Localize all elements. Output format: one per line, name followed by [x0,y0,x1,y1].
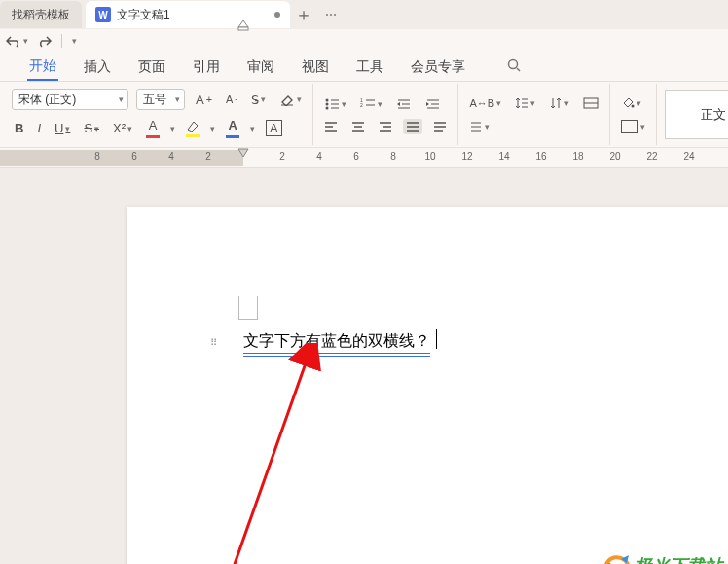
ruler-num: 6 [131,151,137,162]
font-size-combo[interactable]: 五号 ▾ [136,89,185,110]
ruler-num: 2 [205,151,211,162]
text-cursor [436,329,437,349]
color-swatch-icon [186,134,200,137]
menu-member[interactable]: 会员专享 [409,55,467,80]
chevron-down-icon: ▾ [496,98,501,108]
ruler-num: 22 [646,151,657,162]
decrease-font-button[interactable]: A- [223,92,240,107]
tab-settings-button[interactable] [580,95,601,111]
align-center-button[interactable] [348,119,368,134]
clear-format-button[interactable]: ▾ [276,91,305,108]
modified-indicator-icon [274,12,280,18]
chevron-down-icon: ▾ [127,124,132,133]
plus-icon: ＋ [295,3,312,26]
change-case-button[interactable]: S̵▾ [248,91,269,109]
paragraph-indent-box [238,296,258,320]
document-text[interactable]: 文字下方有蓝色的双横线？ [243,331,430,354]
tab-more-button[interactable]: ⋯ [317,1,345,28]
svg-line-1 [517,68,520,71]
char-border-button[interactable]: A [263,118,285,138]
chevron-down-icon: ▾ [530,98,535,108]
font-color-button[interactable]: A [143,116,163,140]
tab-template[interactable]: 找稻壳模板 [0,1,82,28]
menu-reference[interactable]: 引用 [191,55,222,80]
chevron-down-icon[interactable]: ▾ [210,124,215,133]
line-spacing-button[interactable]: ▾ [466,118,492,135]
ruler-num: 8 [390,151,396,162]
ruler-num: 24 [683,151,694,162]
menu-insert[interactable]: 插入 [82,55,113,80]
color-swatch-icon [146,135,160,138]
font-family-combo[interactable]: 宋体 (正文) ▾ [12,89,128,110]
bold-button[interactable]: B [12,119,26,137]
increase-indent-button[interactable] [422,95,444,113]
undo-icon [6,34,21,48]
chevron-down-icon: ▾ [342,99,346,109]
ruler-num: 12 [461,151,472,162]
menu-page[interactable]: 页面 [136,55,167,80]
chevron-down-icon: ▾ [72,36,77,46]
shading-button[interactable]: ▾ [618,94,644,112]
underline-button[interactable]: U▾ [52,119,73,137]
tab-add-button[interactable]: ＋ [290,1,317,28]
highlight-button[interactable] [183,118,202,139]
horizontal-ruler[interactable]: 8 6 4 2 2 4 6 8 10 12 14 16 18 20 22 24 [0,148,728,168]
watermark-brand: 极光下载站 [635,556,722,564]
ruler-num: 14 [498,151,509,162]
ruler-num: 8 [94,151,100,162]
align-left-button[interactable] [321,119,341,134]
chevron-down-icon[interactable]: ▾ [170,124,175,133]
ruler-num: 4 [316,151,322,162]
menu-review[interactable]: 审阅 [245,55,276,80]
chevron-down-icon: ▾ [119,94,124,104]
superscript-button[interactable]: X²▾ [110,119,135,137]
strikethrough-button[interactable]: S▾ [81,119,102,137]
chevron-down-icon[interactable]: ▾ [250,124,255,133]
border-box-icon [621,120,638,133]
bullets-icon [324,97,340,111]
indent-icon [425,97,441,111]
ruler-num: 18 [572,151,583,162]
style-normal[interactable]: 正文 [665,90,728,139]
qa-customize-button[interactable]: ▾ [72,36,77,46]
distribute-icon [433,121,447,132]
border-button[interactable]: ▾ [618,118,648,135]
number-list-button[interactable]: 12 ▾ [357,95,385,113]
hanging-indent-marker[interactable] [237,19,249,29]
text-effect-button[interactable]: A [223,116,242,140]
border-group: ▾ ▾ [610,84,657,145]
bullet-list-button[interactable]: ▾ [321,95,349,113]
menu-start[interactable]: 开始 [27,54,58,81]
spacing-icon [469,120,483,133]
align-right-button[interactable] [376,119,395,134]
increase-font-button[interactable]: A+ [193,91,215,109]
ruler-num: 4 [168,151,174,162]
tab-icon [583,97,599,109]
svg-text:2: 2 [360,102,363,108]
document-viewport[interactable]: ⠿ 文字下方有蓝色的双横线？ 极光下载站 www.xz7.com [0,168,728,564]
menu-search-button[interactable] [491,58,521,75]
svg-point-0 [509,60,518,69]
font-group: 宋体 (正文) ▾ 五号 ▾ A+ A- S̵▾ ▾ B I U▾ [4,84,313,145]
ruler-num: 6 [353,151,359,162]
decrease-indent-button[interactable] [393,95,415,113]
first-line-indent-marker[interactable] [237,148,247,168]
menu-tools[interactable]: 工具 [354,55,385,80]
indent-down-icon [237,148,249,158]
menu-view[interactable]: 视图 [300,55,331,80]
tab-document[interactable]: W 文字文稿1 [86,1,290,28]
sort-button[interactable]: ▾ [546,94,572,112]
align-distribute-button[interactable] [430,119,450,134]
char-scale-button[interactable]: A↔B▾ [466,95,504,111]
chevron-down-icon: ▾ [637,98,641,108]
undo-split-button[interactable]: ▾ [6,34,28,48]
align-justify-button[interactable] [403,119,422,134]
svg-rect-43 [238,27,248,30]
svg-point-5 [326,102,329,105]
paragraph-handle-icon[interactable]: ⠿ [210,337,218,348]
line-height-button[interactable]: ▾ [512,94,538,112]
page[interactable]: ⠿ 文字下方有蓝色的双横线？ [127,207,728,564]
redo-button[interactable] [38,34,52,48]
italic-button[interactable]: I [34,119,44,137]
case-icon: S̵ [251,93,259,107]
